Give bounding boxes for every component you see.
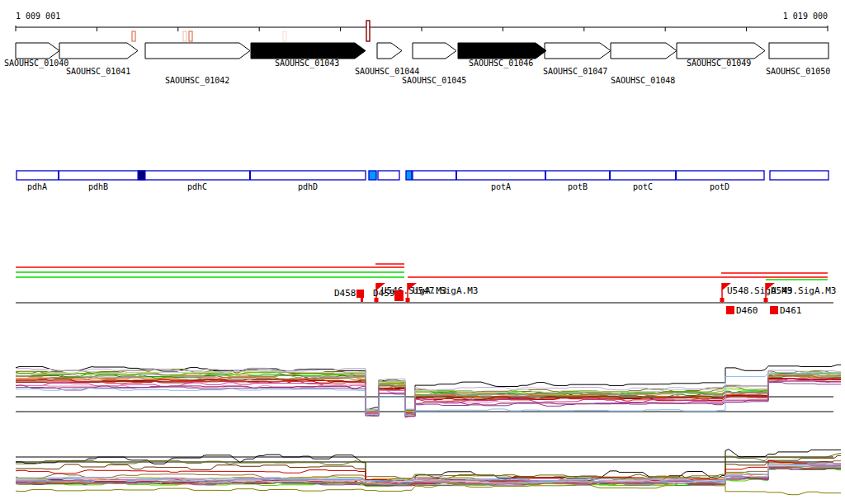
operon-label: pdhA [27, 182, 47, 191]
gene-arrow-SAOUHSC_01046[interactable] [458, 43, 546, 59]
d-marker-tick [361, 298, 363, 302]
tss-flag-base [720, 298, 725, 302]
gene-arrow-SAOUHSC_01040[interactable] [16, 43, 59, 59]
operon-box[interactable] [406, 171, 412, 180]
gene-arrow-SAOUHSC_01042[interactable] [145, 43, 250, 59]
gene-arrow-SAOUHSC_01048[interactable] [611, 43, 677, 59]
operon-box[interactable] [17, 171, 366, 180]
operon-box[interactable] [378, 171, 399, 180]
variant-mark [132, 31, 135, 41]
gene-label: SAOUHSC_01049 [687, 59, 751, 68]
operon-label: pdhD [298, 182, 318, 191]
gene-arrow-SAOUHSC_01045[interactable] [413, 43, 456, 59]
gene-arrow-SAOUHSC_01047[interactable] [545, 43, 611, 59]
gene-label: SAOUHSC_01042 [165, 76, 229, 86]
coordinate-end-label: 1 019 000 [783, 12, 828, 21]
variant-mark [366, 21, 370, 41]
operon-label: potA [491, 182, 511, 191]
d-marker-label: D460 [736, 305, 758, 316]
gene-arrow-SAOUHSC_01050[interactable] [769, 43, 828, 59]
operon-label: potC [633, 182, 653, 191]
gene-label: SAOUHSC_01043 [275, 59, 339, 68]
gene-label: SAOUHSC_01040 [4, 59, 68, 68]
tss-flag-base [406, 298, 410, 302]
coverage-series [16, 485, 841, 495]
variant-mark [189, 31, 192, 41]
operon-box[interactable] [770, 171, 828, 180]
d-marker-D460[interactable] [726, 306, 734, 314]
gene-arrow-SAOUHSC_01044[interactable] [377, 43, 402, 59]
d-marker-D459[interactable] [394, 290, 404, 301]
tss-flag-label: U547.SigA.M3 [413, 285, 478, 296]
genome-browser: 1 009 001 1 019 000 SAOUHSC_01040SAOUHSC… [0, 0, 845, 504]
gene-label: SAOUHSC_01046 [469, 59, 533, 68]
coordinate-start-label: 1 009 001 [16, 12, 60, 21]
gene-arrow-SAOUHSC_01043[interactable] [251, 43, 366, 59]
gene-label: SAOUHSC_01041 [66, 67, 130, 77]
operon-label: potB [568, 182, 588, 191]
gene-label: SAOUHSC_01045 [402, 76, 466, 86]
variant-mark [283, 31, 286, 41]
gene-label: SAOUHSC_01047 [543, 67, 607, 77]
gene-arrow-SAOUHSC_01041[interactable] [59, 43, 138, 59]
tss-flag-base [764, 298, 768, 302]
variant-mark [183, 31, 186, 41]
operon-box[interactable] [413, 171, 764, 180]
d-marker-label: D459 [373, 288, 395, 299]
operon-label: pdhB [88, 182, 108, 191]
d-marker-D458[interactable] [356, 290, 364, 298]
gene-arrow-SAOUHSC_01049[interactable] [677, 43, 765, 59]
browser-canvas: 1 009 001 1 019 000 SAOUHSC_01040SAOUHSC… [0, 0, 845, 504]
gene-label: SAOUHSC_01048 [611, 76, 675, 86]
operon-label: pdhC [187, 182, 207, 191]
tss-flag-label: U549.SigA.M3 [771, 285, 836, 296]
d-marker-label: D458 [334, 288, 356, 299]
operon-label: potD [710, 182, 729, 191]
gene-label: SAOUHSC_01050 [766, 67, 830, 77]
d-marker-label: D461 [780, 305, 802, 316]
operon-navy-block [138, 171, 145, 180]
d-marker-D461[interactable] [770, 306, 778, 314]
operon-box[interactable] [369, 171, 376, 180]
